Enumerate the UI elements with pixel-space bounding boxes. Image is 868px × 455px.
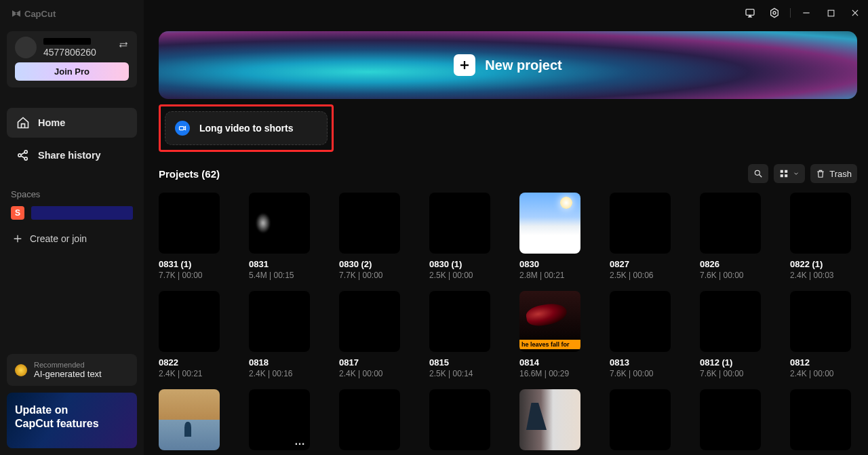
project-name: 0817	[339, 357, 406, 368]
project-card[interactable]: 0830 (2)7.7K | 00:00	[339, 193, 406, 280]
project-card[interactable]: 0830 (1)2.5K | 00:00	[429, 193, 496, 280]
space-badge: S	[11, 206, 24, 220]
main: New project Long video to shorts Project…	[144, 0, 868, 455]
close-icon[interactable]	[846, 4, 864, 22]
project-meta: 5.4M | 00:15	[249, 271, 316, 280]
grid-icon	[779, 169, 789, 178]
settings-icon[interactable]	[766, 4, 783, 22]
trash-icon	[816, 169, 825, 178]
project-card[interactable]	[700, 389, 767, 455]
project-thumbnail	[790, 193, 851, 254]
svg-rect-6	[828, 10, 834, 16]
project-thumbnail	[700, 291, 761, 352]
project-card[interactable]: 08222.4K | 00:21	[159, 291, 226, 378]
project-card[interactable]: 08152.5K | 00:14	[429, 291, 496, 378]
update-line1: Update on	[15, 403, 129, 417]
project-meta: 7.6K | 00:00	[700, 369, 767, 378]
user-box: 4577806260 Join Pro	[7, 31, 137, 87]
minimize-icon[interactable]	[797, 4, 815, 22]
project-card[interactable]	[339, 389, 406, 455]
project-name: 0812	[790, 357, 857, 368]
project-thumbnail	[700, 389, 761, 450]
project-card[interactable]	[519, 389, 587, 455]
project-name: 0830 (2)	[339, 259, 406, 269]
join-pro-button[interactable]: Join Pro	[15, 62, 129, 81]
user-id: 4577806260	[43, 47, 96, 58]
project-thumbnail	[249, 193, 310, 254]
project-card[interactable]: 08172.4K | 00:00	[339, 291, 406, 378]
separator	[790, 8, 791, 18]
projects-header: Projects (62) Trash	[159, 164, 857, 183]
svg-rect-10	[785, 170, 787, 173]
sidebar-item-share-history[interactable]: Share history	[7, 140, 137, 170]
username-redacted	[43, 38, 91, 45]
project-card[interactable]: 08267.6K | 00:00	[700, 193, 767, 280]
project-card[interactable]: 08302.8M | 00:21	[519, 193, 587, 280]
project-card[interactable]: 08122.4K | 00:00	[790, 291, 857, 378]
project-card[interactable]: 08272.5K | 00:06	[610, 193, 677, 280]
maximize-icon[interactable]	[822, 4, 840, 22]
project-thumbnail	[610, 389, 671, 450]
project-meta: 2.5K | 00:14	[429, 369, 496, 378]
project-meta: 2.4K | 00:03	[790, 271, 857, 280]
space-item[interactable]: S	[7, 199, 137, 224]
project-meta: 7.7K | 00:00	[339, 271, 406, 280]
spaces-label: Spaces	[7, 189, 137, 199]
sidebar-item-home[interactable]: Home	[7, 108, 137, 138]
share-icon	[16, 149, 30, 162]
project-thumbnail	[429, 193, 490, 254]
project-card[interactable]	[610, 389, 677, 455]
new-project-hero[interactable]: New project	[159, 31, 857, 99]
project-name: 0826	[700, 259, 767, 269]
project-thumbnail	[519, 193, 580, 254]
project-card[interactable]: 0822 (1)2.4K | 00:03	[790, 193, 857, 280]
svg-marker-4	[771, 8, 778, 17]
project-name: 0830	[519, 259, 587, 269]
project-card[interactable]	[790, 389, 857, 455]
app-logo: CapCut	[7, 0, 137, 24]
project-meta: 2.5K | 00:06	[610, 271, 677, 280]
search-icon	[753, 169, 763, 178]
project-card[interactable]: 0831 (1)7.7K | 00:00	[159, 193, 226, 280]
project-card[interactable]: 08137.6K | 00:00	[610, 291, 677, 378]
project-thumbnail	[610, 291, 671, 352]
update-card[interactable]: Update on CapCut features	[7, 393, 137, 448]
recommended-title: AI-generated text	[34, 369, 102, 379]
trash-label: Trash	[829, 169, 852, 179]
create-or-join-button[interactable]: Create or join	[7, 224, 137, 254]
feedback-icon[interactable]	[741, 4, 759, 22]
recommended-label: Recommended	[34, 361, 102, 369]
recommended-card[interactable]: Recommended AI-generated text	[7, 354, 137, 386]
project-name: 0822 (1)	[790, 259, 857, 269]
project-card[interactable]: …	[249, 389, 316, 455]
project-name: 0831 (1)	[159, 259, 226, 269]
bulb-icon	[15, 364, 27, 376]
project-card[interactable]: 08182.4K | 00:16	[249, 291, 316, 378]
switch-account-icon[interactable]	[117, 38, 130, 52]
project-meta: 2.4K | 00:21	[159, 369, 226, 378]
project-thumbnail	[159, 389, 220, 450]
search-projects-button[interactable]	[748, 164, 768, 183]
project-meta: 2.4K | 00:00	[339, 369, 406, 378]
project-thumbnail	[339, 291, 400, 352]
project-name: 0815	[429, 357, 496, 368]
avatar[interactable]	[15, 37, 37, 58]
project-card[interactable]: 08315.4M | 00:15	[249, 193, 316, 280]
project-name: 0813	[610, 357, 677, 368]
long-video-to-shorts-button[interactable]: Long video to shorts	[165, 111, 328, 145]
project-name: 0822	[159, 357, 226, 368]
more-icon[interactable]: …	[294, 435, 306, 448]
view-mode-button[interactable]	[774, 164, 805, 183]
project-card[interactable]	[429, 389, 496, 455]
new-project-label: New project	[485, 58, 561, 73]
project-thumbnail	[790, 291, 851, 352]
svg-rect-11	[781, 174, 783, 177]
trash-button[interactable]: Trash	[810, 164, 857, 183]
project-card[interactable]: he leaves fall for081416.6M | 00:29	[519, 291, 587, 378]
project-meta: 16.6M | 00:29	[519, 369, 587, 378]
project-thumbnail: he leaves fall for	[519, 291, 580, 352]
project-meta: 7.6K | 00:00	[700, 271, 767, 280]
project-card[interactable]: 0812 (1)7.6K | 00:00	[700, 291, 767, 378]
project-card[interactable]	[159, 389, 226, 455]
svg-rect-9	[781, 170, 783, 173]
